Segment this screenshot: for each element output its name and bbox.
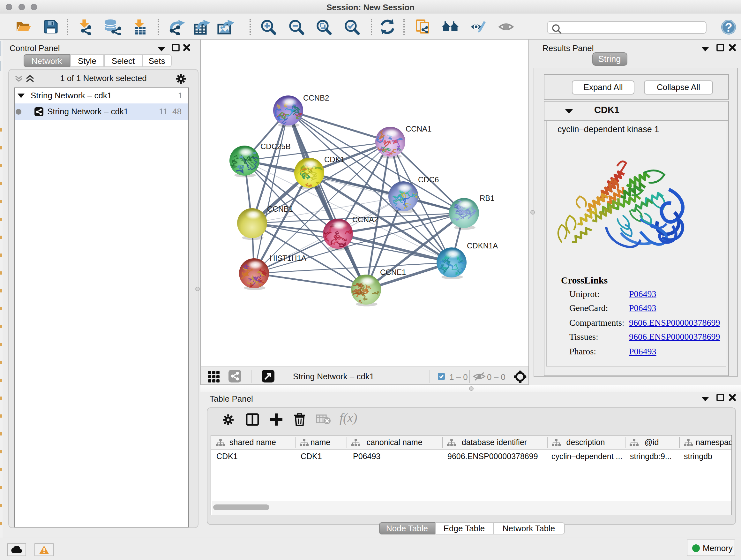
- svg-text:CDKN1A: CDKN1A: [467, 241, 498, 250]
- svg-text:CCNB2: CCNB2: [303, 94, 329, 102]
- svg-text:CDC6: CDC6: [418, 175, 439, 184]
- svg-text:CCNA2: CCNA2: [352, 215, 378, 224]
- svg-text:CDC25B: CDC25B: [260, 142, 291, 151]
- svg-text:CCNE1: CCNE1: [380, 268, 406, 276]
- svg-text:HIST1H1A: HIST1H1A: [270, 254, 307, 262]
- svg-text:CDK1: CDK1: [324, 155, 345, 164]
- svg-text:RB1: RB1: [480, 194, 495, 202]
- svg-text:?: ?: [724, 20, 732, 34]
- svg-text:CCNB1: CCNB1: [267, 205, 293, 213]
- svg-text:CCNA1: CCNA1: [406, 125, 431, 133]
